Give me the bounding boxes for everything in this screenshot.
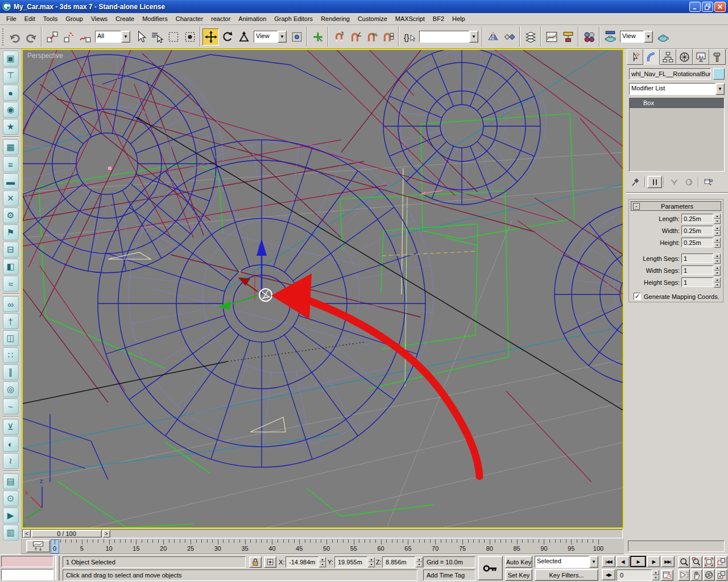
remove-modifier-icon[interactable]	[681, 176, 696, 188]
menu-item-customize[interactable]: Customize	[354, 14, 391, 23]
restore-button[interactable]	[702, 2, 713, 12]
parameter-spinner[interactable]: ▲▼	[714, 265, 721, 275]
parameter-spinner[interactable]: ▲▼	[714, 253, 721, 263]
parameter-spinner[interactable]: ▲▼	[714, 214, 721, 223]
plane-icon[interactable]: ▦	[3, 139, 19, 155]
select-and-move-icon[interactable]	[202, 28, 219, 45]
zoom-all-icon[interactable]	[690, 556, 702, 568]
pan-icon[interactable]	[690, 569, 702, 581]
render-type-dropdown[interactable]: View▼	[620, 31, 653, 43]
next-frame-button[interactable]: |▶	[647, 556, 660, 567]
z-spinner[interactable]: ▲▼	[416, 557, 423, 567]
soft-body-collection-icon[interactable]: ●	[3, 85, 19, 101]
bind-to-space-warp-icon[interactable]	[77, 28, 93, 45]
motor-icon[interactable]: ⚙	[3, 207, 19, 223]
car-wheel-constraint-icon[interactable]: ◎	[3, 381, 19, 397]
menu-item-create[interactable]: Create	[111, 14, 138, 23]
chevron-down-icon[interactable]: ▼	[278, 31, 287, 43]
stack-item[interactable]: Box	[630, 98, 724, 108]
make-unique-icon[interactable]	[667, 176, 681, 188]
menu-item-rendering[interactable]: Rendering	[317, 14, 354, 23]
rigid-body-collection-icon[interactable]: ▣	[3, 51, 19, 66]
modifier-list-dropdown[interactable]: Modifier List ▼	[629, 83, 725, 95]
width-field[interactable]: 0.25m	[681, 226, 713, 235]
time-configuration-icon[interactable]	[661, 569, 673, 581]
open-property-editor-icon[interactable]: ▤	[3, 473, 19, 489]
tab-modify[interactable]	[643, 49, 660, 65]
apply-cloth-modifier-icon[interactable]: ⊻	[3, 419, 19, 435]
use-pivot-point-center-icon[interactable]	[288, 28, 305, 45]
quick-render-icon[interactable]	[655, 28, 671, 45]
frame-spinner[interactable]: ▲▼	[652, 570, 659, 580]
menu-item-file[interactable]: File	[2, 14, 20, 23]
window-crossing-toggle-icon[interactable]	[181, 28, 198, 45]
named-selection-dropdown[interactable]: ▼	[419, 31, 478, 43]
z-coordinate-field[interactable]: 8.856m	[382, 556, 415, 568]
go-to-start-button[interactable]: |◀◀	[602, 556, 615, 567]
select-and-manipulate-icon[interactable]	[309, 28, 326, 45]
wind-icon[interactable]: ⚑	[3, 225, 19, 240]
menu-item-character[interactable]: Character	[172, 14, 207, 23]
add-time-tag[interactable]: Add Time Tag	[423, 569, 475, 581]
auto-key-button[interactable]: Auto Key	[505, 556, 532, 568]
x-spinner[interactable]: ▲▼	[319, 557, 326, 567]
cloth-collection-icon[interactable]: ⊤	[3, 68, 19, 84]
chevron-down-icon[interactable]: ▼	[469, 31, 478, 43]
deforming-mesh-collection-icon[interactable]: ★	[3, 119, 19, 135]
menu-item-animation[interactable]: Animation	[234, 14, 270, 23]
time-slider[interactable]: 0 / 100	[31, 530, 102, 538]
curve-editor-icon[interactable]	[543, 28, 560, 45]
length-segs-field[interactable]: 1	[681, 253, 713, 263]
tab-hierarchy[interactable]	[660, 49, 676, 65]
spinner-snap-toggle-icon[interactable]	[380, 28, 396, 45]
parameter-spinner[interactable]: ▲▼	[714, 238, 721, 247]
create-animation-icon[interactable]: ▥	[3, 525, 19, 541]
next-frame-arrow[interactable]: >	[102, 530, 110, 538]
preview-animation-icon[interactable]: ▶	[3, 508, 19, 523]
tab-motion[interactable]	[676, 49, 693, 65]
previous-frame-button[interactable]: ◀|	[616, 556, 630, 567]
material-editor-icon[interactable]	[581, 28, 597, 45]
zoom-icon[interactable]	[678, 556, 690, 568]
menu-item-maxscript[interactable]: MAXScript	[391, 14, 429, 23]
angle-snap-toggle-icon[interactable]: ∠	[347, 28, 363, 45]
perspective-viewport[interactable]: zxyxz Perspective	[22, 49, 624, 529]
absolute-offset-mode-icon[interactable]	[264, 556, 276, 568]
close-button[interactable]	[714, 2, 726, 12]
chevron-down-icon[interactable]: ▼	[589, 556, 598, 568]
water-icon[interactable]: ≈	[3, 276, 19, 292]
x-coordinate-field[interactable]: -14.984m	[286, 556, 318, 568]
chevron-down-icon[interactable]: ▼	[715, 83, 725, 95]
maxscript-mini-listener[interactable]	[1, 569, 53, 580]
zoom-extents-icon[interactable]	[703, 556, 715, 568]
chevron-down-icon[interactable]: ▼	[121, 31, 130, 43]
y-coordinate-field[interactable]: 19.955m	[334, 556, 367, 568]
zoom-extents-all-icon[interactable]	[715, 556, 727, 568]
go-to-end-button[interactable]: ▶▶|	[661, 556, 675, 567]
generate-mapping-coords-checkbox[interactable]: ✓	[634, 293, 641, 300]
reference-coordinate-dropdown[interactable]: View▼	[254, 31, 287, 43]
menu-item-tools[interactable]: Tools	[39, 14, 62, 23]
key-filters-button[interactable]: Key Filters...	[535, 569, 598, 581]
minimize-button[interactable]	[689, 2, 701, 12]
height-field[interactable]: 0.25m	[681, 238, 713, 247]
apply-rope-modifier-icon[interactable]: ≀	[3, 453, 19, 469]
select-object-icon[interactable]	[132, 28, 148, 45]
snap-toggle-icon[interactable]: 3	[330, 28, 347, 45]
modifier-stack-list[interactable]: Box	[629, 98, 725, 172]
toolbar-handle[interactable]	[2, 28, 5, 45]
menu-item-help[interactable]: Help	[448, 14, 469, 23]
menu-item-modifiers[interactable]: Modifiers	[138, 14, 172, 23]
play-button[interactable]: ▶	[630, 556, 646, 567]
fracture-icon[interactable]: ◧	[3, 259, 19, 275]
key-filter-set-dropdown[interactable]: Selected ▼	[535, 556, 598, 568]
listener-splitter[interactable]	[55, 556, 60, 580]
angular-dashpot-icon[interactable]: ✕	[3, 190, 19, 206]
configure-modifier-sets-icon[interactable]	[701, 176, 715, 188]
selection-lock-icon[interactable]	[249, 556, 262, 568]
pin-stack-icon[interactable]	[628, 176, 643, 188]
prismatic-constraint-icon[interactable]: ∥	[3, 364, 19, 380]
toy-car-icon[interactable]: ⊟	[3, 242, 19, 257]
mirror-icon[interactable]	[485, 28, 501, 45]
set-keys-button[interactable]	[478, 556, 503, 580]
